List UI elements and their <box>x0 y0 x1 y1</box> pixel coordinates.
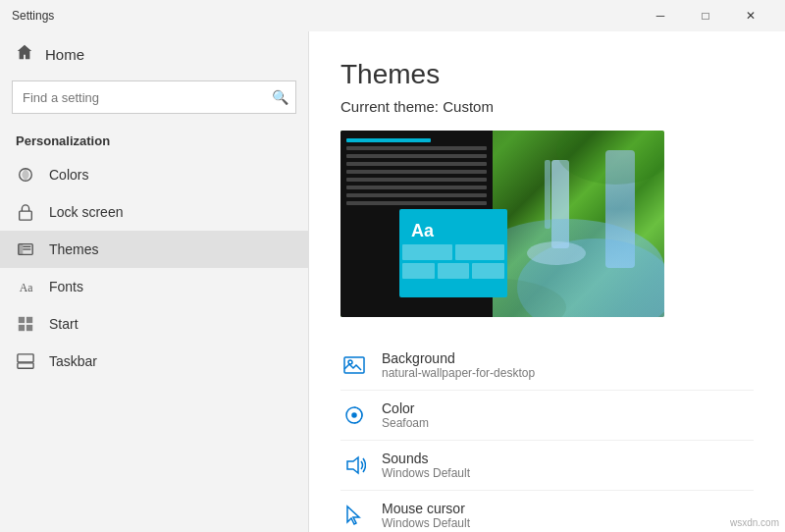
svg-marker-24 <box>347 457 358 473</box>
start-icon <box>16 315 35 333</box>
sidebar-item-fonts[interactable]: Aa Fonts <box>0 268 308 305</box>
home-icon <box>16 43 33 65</box>
cursor-icon <box>340 502 368 529</box>
svg-point-21 <box>348 360 352 364</box>
window-tiles-row2 <box>399 260 507 279</box>
sidebar-start-label: Start <box>49 316 78 332</box>
sounds-text: Sounds Windows Default <box>382 451 470 480</box>
taskbar-line-2 <box>346 146 487 150</box>
background-value: natural-wallpaper-for-desktop <box>382 366 535 380</box>
background-icon <box>340 351 368 379</box>
home-label: Home <box>45 46 84 63</box>
sidebar-colors-label: Colors <box>49 167 88 183</box>
svg-point-23 <box>352 413 356 417</box>
sounds-label: Sounds <box>382 451 470 466</box>
window-tile-2 <box>455 244 505 260</box>
sidebar-item-taskbar[interactable]: Taskbar <box>0 343 308 380</box>
title-bar: Settings ─ □ ✕ <box>0 0 785 31</box>
search-input[interactable] <box>12 80 296 114</box>
window-tile-1 <box>402 244 452 260</box>
cursor-value: Windows Default <box>382 516 470 530</box>
current-theme-label: Current theme: Custom <box>340 98 754 115</box>
svg-rect-11 <box>18 363 33 368</box>
sounds-value: Windows Default <box>382 466 470 480</box>
settings-item-cursor[interactable]: Mouse cursor Windows Default <box>340 491 754 532</box>
close-button[interactable]: ✕ <box>728 0 773 31</box>
app-body: Home 🔍 Personalization Colors <box>0 31 785 532</box>
watermark: wsxdn.com <box>730 517 779 528</box>
taskbar-line-7 <box>346 186 487 189</box>
background-text: Background natural-wallpaper-for-desktop <box>382 350 535 380</box>
app-title: Settings <box>12 9 54 23</box>
sidebar-item-themes[interactable]: Themes <box>0 231 308 268</box>
colors-icon <box>16 166 35 184</box>
color-label: Color <box>382 400 429 416</box>
themes-icon <box>16 240 35 258</box>
preview-window: Aa <box>399 209 507 297</box>
svg-rect-15 <box>545 160 550 229</box>
taskbar-line-1 <box>346 138 431 142</box>
sidebar-themes-label: Themes <box>49 241 99 257</box>
svg-point-13 <box>517 239 664 317</box>
taskbar-line-6 <box>346 178 487 182</box>
sounds-icon <box>340 452 368 479</box>
svg-rect-3 <box>19 244 24 255</box>
svg-rect-14 <box>551 160 569 248</box>
taskbar-line-3 <box>346 154 487 158</box>
svg-point-18 <box>556 131 664 185</box>
sidebar-fonts-label: Fonts <box>49 279 83 294</box>
svg-rect-9 <box>19 325 25 331</box>
theme-preview: Aa <box>340 131 664 317</box>
sidebar-taskbar-label: Taskbar <box>49 353 97 369</box>
window-tile-5 <box>472 263 504 279</box>
background-label: Background <box>382 350 535 366</box>
taskbar-line-8 <box>346 193 487 197</box>
page-title: Themes <box>340 59 754 90</box>
svg-rect-8 <box>26 317 32 323</box>
settings-item-sounds[interactable]: Sounds Windows Default <box>340 441 754 491</box>
settings-items-list: Background natural-wallpaper-for-desktop… <box>340 341 754 532</box>
sidebar-item-home[interactable]: Home <box>0 31 308 77</box>
svg-rect-12 <box>18 354 33 362</box>
search-icon: 🔍 <box>272 89 288 105</box>
color-value: Seafoam <box>382 416 429 430</box>
sidebar-lockscreen-label: Lock screen <box>49 204 123 220</box>
sidebar-item-start[interactable]: Start <box>0 305 308 343</box>
taskbar-line-4 <box>346 162 487 166</box>
window-tile-4 <box>438 263 470 279</box>
taskbar-icon <box>16 352 35 370</box>
svg-text:Aa: Aa <box>20 282 33 294</box>
taskbar-line-9 <box>346 201 487 205</box>
color-icon <box>340 401 368 429</box>
window-tile-3 <box>402 263 435 279</box>
main-panel: Themes Current theme: Custom <box>309 31 785 532</box>
cursor-label: Mouse cursor <box>382 501 470 516</box>
maximize-button[interactable]: □ <box>683 0 728 31</box>
sidebar-item-colors[interactable]: Colors <box>0 156 308 193</box>
svg-rect-1 <box>20 211 32 220</box>
fonts-icon: Aa <box>16 278 35 295</box>
window-controls: ─ □ ✕ <box>638 0 773 31</box>
cursor-text: Mouse cursor Windows Default <box>382 501 470 530</box>
taskbar-line-5 <box>346 170 487 174</box>
lockscreen-icon <box>16 203 35 221</box>
sidebar-section-title: Personalization <box>0 126 308 156</box>
window-tiles-row1 <box>399 241 507 260</box>
svg-rect-7 <box>19 317 25 323</box>
sidebar: Home 🔍 Personalization Colors <box>0 31 309 532</box>
minimize-button[interactable]: ─ <box>638 0 683 31</box>
settings-item-color[interactable]: Color Seafoam <box>340 391 754 441</box>
settings-item-background[interactable]: Background natural-wallpaper-for-desktop <box>340 341 754 391</box>
svg-point-16 <box>527 241 586 265</box>
svg-rect-10 <box>26 325 32 331</box>
color-text: Color Seafoam <box>382 400 429 430</box>
sidebar-item-lockscreen[interactable]: Lock screen <box>0 193 308 231</box>
search-container: 🔍 <box>12 80 296 114</box>
window-aa-text: Aa <box>399 209 507 241</box>
